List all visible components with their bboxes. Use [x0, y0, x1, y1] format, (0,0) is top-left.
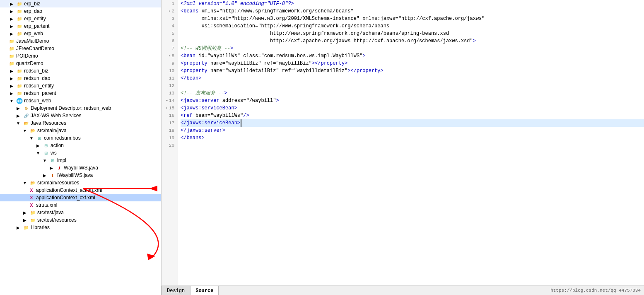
tree-item-IWaybillWS[interactable]: ▶ I IWaybillWS.java: [0, 172, 161, 179]
expand-icon: ▶: [8, 82, 15, 89]
line-number: 20: [162, 142, 176, 149]
tree-item-erp_partent[interactable]: ▶ 📁 erp_partent: [0, 22, 161, 30]
code-line[interactable]: <jaxws:serviceBean>: [181, 104, 644, 112]
tree-item-deployment[interactable]: ▶ ⚙ Deployment Descriptor: redsun_web: [0, 104, 161, 112]
tree-item-erp_entity[interactable]: ▶ 📁 erp_entity: [0, 15, 161, 22]
code-line[interactable]: [181, 142, 644, 149]
tree-label: ws: [51, 150, 57, 156]
code-line[interactable]: <!-- WS调用的类 -->: [181, 45, 644, 52]
tree-item-applicationContext-action[interactable]: X applicationContext_action.xml: [0, 186, 161, 194]
code-line[interactable]: <beans xmlns="http://www.springframework…: [181, 7, 644, 15]
code-content[interactable]: <?xml version="1.0" encoding="UTF-8"?><b…: [178, 0, 644, 285]
code-line[interactable]: xsi:schemaLocation="http://www.springfra…: [181, 22, 644, 30]
tree-item-src-test-resources[interactable]: ▶ 📁 src/test/resources: [0, 216, 161, 224]
tab-design[interactable]: Design: [162, 286, 190, 295]
tree-item-src-main-java[interactable]: ▼ 📂 src/main/java: [0, 127, 161, 134]
tree-item-redsun_dao[interactable]: ▶ 📁 redsun_dao: [0, 75, 161, 82]
tree-item-redsun_parent[interactable]: ▶ 📁 redsun_parent: [0, 89, 161, 97]
code-line[interactable]: [181, 82, 644, 89]
tree-item-POIDemo[interactable]: 📁 POIDemo: [0, 52, 161, 60]
folder-icon: 📁: [29, 217, 36, 223]
line-number: 12: [162, 82, 176, 89]
folder-icon: 📁: [8, 53, 15, 59]
tree-item-ws[interactable]: ▼ ⊞ ws: [0, 149, 161, 157]
tree-item-quartzDemo[interactable]: 📁 quartzDemo: [0, 60, 161, 67]
tree-label: JAX-WS Web Services: [31, 113, 81, 118]
expand-icon: ▼: [22, 179, 28, 186]
tree-item-redsun_web[interactable]: ▼ 🌐 redsun_web: [0, 97, 161, 104]
fold-icon[interactable]: ▸: [166, 97, 168, 104]
tree-label: erp_entity: [24, 16, 46, 22]
line-number: ▸14: [162, 97, 176, 104]
tree-item-erp_biz[interactable]: ▶ 📁 erp_biz: [0, 0, 161, 7]
tree-item-WaybillWS[interactable]: ▶ J WaybillWS.java: [0, 164, 161, 172]
code-line[interactable]: <ref bean="waybillWs"/>: [181, 112, 644, 119]
project-icon: 🌐: [16, 97, 23, 104]
folder-icon: 📁: [16, 30, 23, 37]
code-line[interactable]: <bean id="waybillWs" class="com.redsum.b…: [181, 52, 644, 60]
code-line[interactable]: <property name="waybillBiz" ref="waybill…: [181, 60, 644, 67]
tree-item-redsun_entity[interactable]: ▶ 📁 redsun_entity: [0, 82, 161, 89]
line-number: 10: [162, 67, 176, 75]
fold-icon[interactable]: ▸: [169, 7, 171, 15]
tree-item-impl[interactable]: ▼ ⊞ impl: [0, 157, 161, 164]
code-line[interactable]: </jaxws:server>: [181, 127, 644, 134]
tab-source[interactable]: Source: [190, 286, 219, 295]
tree-item-redsun_biz[interactable]: ▶ 📁 redsun_biz: [0, 67, 161, 75]
code-line[interactable]: <property name="waybilldetailBiz" ref="w…: [181, 67, 644, 75]
fold-icon[interactable]: ▸: [169, 52, 171, 60]
tree-label: redsun_parent: [24, 90, 56, 96]
bottom-tabs[interactable]: Design Source https://blog.csdn.net/qq_4…: [162, 285, 644, 295]
editor-panel: 1▸234567▸8910111213▸14▸151617181920 <?xm…: [162, 0, 644, 295]
tree-label: POIDemo: [16, 53, 38, 59]
tree-item-JFreeChartDemo[interactable]: 📁 JFreeChartDemo: [0, 45, 161, 52]
expand-icon: ▶: [8, 0, 15, 7]
tree-item-action[interactable]: ▶ ⊞ action: [0, 142, 161, 149]
tree-item-com-redsum-bos[interactable]: ▼ ⊞ com.redsum.bos: [0, 134, 161, 142]
editor-area[interactable]: 1▸234567▸8910111213▸14▸151617181920 <?xm…: [162, 0, 644, 285]
code-line[interactable]: </bean>: [181, 75, 644, 82]
expand-icon: ▶: [15, 112, 22, 119]
code-line[interactable]: http://cxf.apache.org/jaxws http://cxf.a…: [181, 37, 644, 45]
tree-label: impl: [57, 157, 66, 163]
expand-icon: ▶: [22, 217, 28, 223]
xml-icon: X: [28, 194, 35, 201]
folder-open-icon: 📂: [29, 127, 36, 134]
tree-item-src-test-java[interactable]: ▶ 📁 src/test/java: [0, 209, 161, 216]
code-line[interactable]: </jaxws:serviceBean>​: [181, 119, 644, 127]
line-number: 4: [162, 22, 176, 30]
code-line[interactable]: </beans>: [181, 134, 644, 142]
file-tree[interactable]: ▶ 📁 erp_biz ▶ 📁 erp_dao ▶ 📁 erp_entity ▶…: [0, 0, 162, 295]
expand-icon: ▶: [8, 23, 15, 29]
folder-open-icon: 📂: [29, 179, 36, 186]
code-line[interactable]: xmlns:xsi="http://www.w3.org/2001/XMLSch…: [181, 15, 644, 22]
tree-label: erp_dao: [24, 8, 42, 14]
tree-item-src-main-resources[interactable]: ▼ 📂 src/main/resources: [0, 179, 161, 186]
fold-icon[interactable]: ▸: [166, 104, 168, 112]
expand-icon: ▶: [15, 224, 22, 231]
interface-icon: I: [49, 172, 56, 179]
code-line[interactable]: <!-- 发布服务 -->: [181, 89, 644, 97]
tree-item-erp_dao[interactable]: ▶ 📁 erp_dao: [0, 7, 161, 15]
tree-item-JavaMailDemo[interactable]: 📁 JavaMailDemo: [0, 37, 161, 45]
code-line[interactable]: <jaxws:server address="/waybill">: [181, 97, 644, 104]
tree-item-struts-xml[interactable]: X struts.xml: [0, 201, 161, 209]
tree-item-erp_web[interactable]: ▶ 📁 erp_web: [0, 30, 161, 37]
expand-icon: ▶: [8, 30, 15, 37]
tree-item-jaxws[interactable]: ▶ 🔗 JAX-WS Web Services: [0, 112, 161, 119]
tree-item-libraries[interactable]: ▶ 📁 Libraries: [0, 224, 161, 231]
tree-item-java-resources[interactable]: ▼ 📂 Java Resources: [0, 119, 161, 127]
folder-icon: 📁: [16, 90, 23, 97]
code-line[interactable]: <?xml version="1.0" encoding="UTF-8"?>: [181, 0, 644, 7]
expand-icon: ▼: [41, 157, 48, 164]
line-number: 11: [162, 75, 176, 82]
status-bar-url: https://blog.csdn.net/qq_44757034: [550, 288, 644, 293]
line-number: 18: [162, 127, 176, 134]
tree-label: applicationContext_action.xml: [36, 187, 102, 193]
line-number: 9: [162, 60, 176, 67]
code-line[interactable]: http://www.springframework.org/schema/be…: [181, 30, 644, 37]
tree-item-applicationContext-cxf[interactable]: X applicationContext_cxf.xml: [0, 194, 161, 201]
folder-icon: 📁: [8, 38, 15, 44]
package-icon: ⊞: [43, 150, 49, 156]
package-icon: ⊞: [36, 135, 43, 141]
